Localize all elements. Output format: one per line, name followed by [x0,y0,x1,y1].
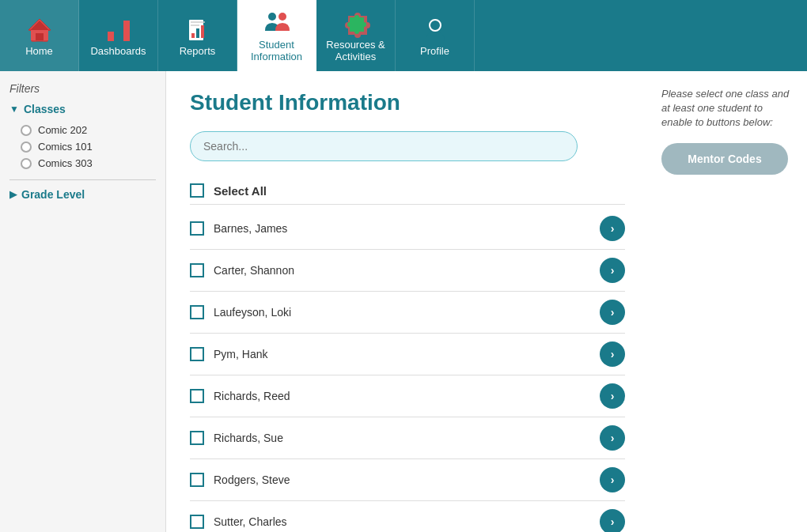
table-row: Laufeyson, Loki › [190,292,625,334]
select-all-label: Select All [214,184,267,198]
table-row: Carter, Shannon › [190,250,625,292]
student-left: Richards, Sue [190,431,283,445]
svg-point-15 [268,13,276,21]
student-left: Laufeyson, Loki [190,305,291,319]
student-detail-button-0[interactable]: › [600,216,625,241]
nav-bar: Home Dashboards Reports [0,0,807,71]
student-left: Barnes, James [190,221,287,236]
grade-level-label: Grade Level [21,188,85,201]
nav-student-information[interactable]: StudentInformation [237,0,316,71]
student-left: Pym, Hank [190,347,267,361]
select-all-checkbox[interactable] [190,183,204,198]
student-checkbox-0[interactable] [190,221,204,236]
nav-resources-activities-label: Resources &Activities [326,39,385,62]
student-name: Laufeyson, Loki [214,306,291,319]
table-row: Barnes, James › [190,208,625,250]
student-checkbox-7[interactable] [190,515,204,529]
nav-dashboards-label: Dashboards [90,45,146,57]
table-row: Rodgers, Steve › [190,459,625,501]
svg-rect-11 [196,28,199,38]
table-row: Richards, Reed › [190,375,625,417]
student-name: Pym, Hank [214,348,267,360]
student-information-icon [262,9,292,39]
select-all-row: Select All [190,177,625,205]
class-radio-comics-303 [21,158,32,169]
sidebar-class-comic-202[interactable]: Comic 202 [9,122,156,138]
svg-rect-8 [123,21,130,41]
nav-profile-label: Profile [420,45,449,57]
student-detail-button-2[interactable]: › [600,300,625,325]
svg-rect-12 [201,25,204,38]
student-detail-button-5[interactable]: › [600,425,625,451]
svg-rect-7 [116,25,122,41]
student-name: Carter, Shannon [214,264,294,277]
nav-resources-activities[interactable]: Resources &Activities [316,0,396,71]
sidebar: Filters ▼ Classes Comic 202Comics 101Com… [0,71,166,532]
class-radio-comic-202 [21,125,32,136]
profile-icon [420,15,450,45]
svg-point-16 [278,13,286,21]
classes-label: Classes [24,103,66,115]
classes-section-header[interactable]: ▼ Classes [9,103,156,115]
student-left: Rodgers, Steve [190,473,290,487]
student-detail-button-3[interactable]: › [600,341,625,367]
student-checkbox-6[interactable] [190,473,204,487]
nav-student-information-label: StudentInformation [251,39,302,62]
sidebar-class-comics-101[interactable]: Comics 101 [9,138,156,155]
resources-activities-icon [341,9,371,39]
student-checkbox-4[interactable] [190,389,204,403]
student-name: Sutter, Charles [214,515,287,528]
student-checkbox-2[interactable] [190,305,204,319]
main-layout: Filters ▼ Classes Comic 202Comics 101Com… [0,71,807,532]
sidebar-divider [9,179,156,180]
table-row: Pym, Hank › [190,334,625,375]
student-detail-button-4[interactable]: › [600,383,625,409]
home-icon [25,15,55,45]
student-detail-button-1[interactable]: › [600,258,625,283]
student-name: Rodgers, Steve [214,474,290,486]
class-radio-comics-101 [21,141,32,153]
reports-icon [183,15,213,45]
svg-rect-5 [36,33,44,40]
table-row: Richards, Sue › [190,417,625,459]
main-content: Student Information Select All Barnes, J… [166,71,649,532]
svg-rect-6 [108,32,114,41]
student-checkbox-5[interactable] [190,431,204,445]
nav-home-label: Home [25,45,53,57]
filters-label: Filters [9,82,156,95]
student-detail-button-7[interactable]: › [600,509,625,532]
student-left: Carter, Shannon [190,263,294,277]
page-title: Student Information [190,90,625,115]
svg-rect-10 [191,33,195,38]
nav-dashboards[interactable]: Dashboards [79,0,158,71]
search-input[interactable] [190,131,578,161]
student-list: Barnes, James › Carter, Shannon › Laufey… [190,208,625,532]
mentor-codes-button[interactable]: Mentor Codes [661,143,788,175]
student-checkbox-3[interactable] [190,347,204,361]
student-detail-button-6[interactable]: › [600,467,625,492]
student-name: Richards, Sue [214,432,283,444]
student-checkbox-1[interactable] [190,263,204,277]
dashboards-icon [104,15,134,45]
student-name: Richards, Reed [214,390,290,402]
nav-reports-label: Reports [180,45,216,57]
class-list: Comic 202Comics 101Comics 303 [9,122,156,172]
student-name: Barnes, James [214,222,287,235]
nav-home[interactable]: Home [0,0,79,71]
student-left: Richards, Reed [190,389,290,403]
nav-reports[interactable]: Reports [158,0,237,71]
sidebar-class-comics-303[interactable]: Comics 303 [9,155,156,172]
table-row: Sutter, Charles › [190,501,625,532]
nav-profile[interactable]: Profile [396,0,475,71]
chevron-right-icon: ▶ [9,189,17,200]
hint-text: Please select one class and at least one… [661,87,794,130]
chevron-down-icon: ▼ [9,104,19,115]
student-left: Sutter, Charles [190,515,287,529]
grade-level-section-header[interactable]: ▶ Grade Level [9,188,156,201]
right-panel: Please select one class and at least one… [649,71,807,532]
